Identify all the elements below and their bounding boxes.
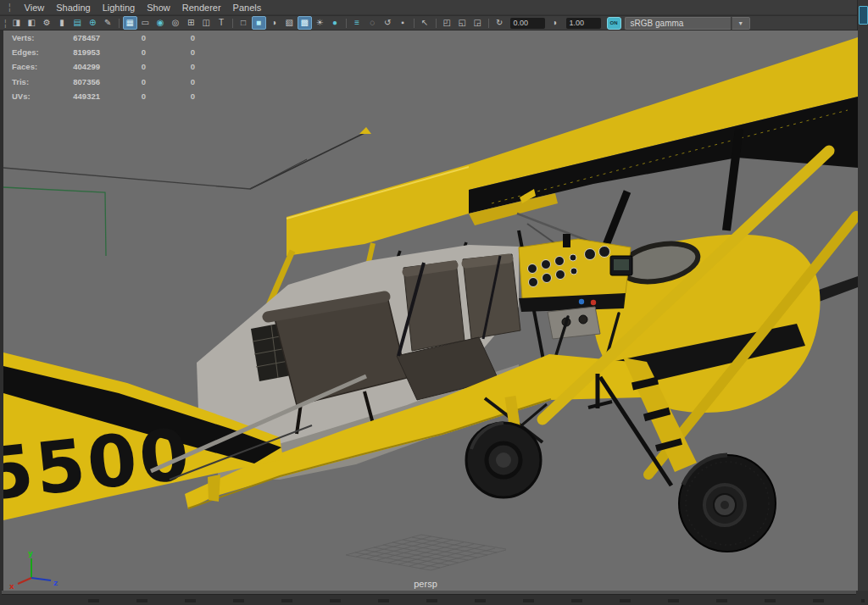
hud-row-edges: Edges: 819953 0 0 — [3, 46, 207, 60]
pane-single-button[interactable]: ◰ — [440, 16, 454, 30]
time-slider-edge[interactable] — [0, 591, 868, 605]
axis-x-label: x — [9, 582, 14, 591]
wireframe-on-shaded-button[interactable]: ◑ — [267, 16, 281, 30]
exposure-icon[interactable]: ↻ — [492, 16, 507, 30]
gamma-icon[interactable]: ◗ — [548, 16, 563, 30]
viewport-persp[interactable]: 5500 — [3, 31, 858, 591]
view-transform-dropdown[interactable]: sRGB gamma — [625, 17, 731, 30]
wireframe-button[interactable]: □ — [236, 16, 251, 30]
toolbar-grip-icon[interactable]: ¦ — [4, 19, 7, 28]
menu-panels[interactable]: Panels — [233, 0, 262, 15]
toolbar-separator — [346, 19, 347, 28]
color-management-toggle[interactable]: ON — [607, 17, 621, 30]
toolbar-separator — [232, 19, 233, 28]
lights-button[interactable]: ☀ — [313, 16, 327, 30]
depth-of-field-button[interactable]: ▪ — [396, 16, 410, 30]
gamma-field[interactable]: 1.00 — [566, 18, 601, 29]
hud-row-verts: Verts: 678457 0 0 — [3, 31, 207, 46]
hud-row-tris: Tris: 807356 0 0 — [3, 75, 207, 90]
hud-row-faces: Faces: 404299 0 0 — [3, 60, 207, 75]
panel-toolbar: ¦ ◨ ◧ ⚙ ▮ ▤ ⊕ ✎ ▦ ▭ ◉ ◎ ⊞ ◫ T □ ■ ◑ ▧ ▩ … — [0, 16, 858, 31]
use-default-material-button[interactable]: ▩ — [298, 16, 312, 30]
panel-grip-icon[interactable]: ¦ — [8, 3, 11, 12]
menu-show[interactable]: Show — [147, 0, 170, 15]
axis-y-label: y — [28, 549, 33, 558]
menu-lighting[interactable]: Lighting — [103, 0, 136, 15]
pan-zoom-2d-button[interactable]: ⊕ — [86, 16, 100, 30]
motion-blur-button[interactable]: ◌ — [365, 16, 380, 30]
panel-menu-bar: ¦ View Shading Lighting Show Renderer Pa… — [0, 0, 858, 15]
xray-button[interactable]: ◲ — [470, 16, 485, 30]
poly-count-hud: Verts: 678457 0 0 Edges: 819953 0 0 Face… — [3, 31, 207, 104]
shadows-button[interactable]: ● — [328, 16, 342, 30]
panel-bottom-border — [2, 591, 856, 595]
right-panel-edge — [857, 0, 868, 605]
menu-shading[interactable]: Shading — [56, 0, 90, 15]
panel-toggle-icon[interactable] — [859, 6, 868, 25]
smooth-shade-all-button[interactable]: ■ — [252, 16, 266, 30]
toolbar-separator — [436, 19, 437, 28]
anti-aliasing-button[interactable]: ↺ — [381, 16, 395, 30]
toolbar-separator — [119, 19, 120, 28]
isolate-select-button[interactable]: ↖ — [418, 16, 432, 30]
field-chart-button[interactable]: ⊞ — [184, 16, 198, 30]
safe-action-button[interactable]: ◫ — [199, 16, 214, 30]
select-camera-button[interactable]: ◨ — [9, 16, 24, 30]
axis-z-label: z — [53, 579, 58, 587]
exposure-field[interactable]: 0.00 — [510, 18, 545, 29]
occlusion-button[interactable]: ≡ — [350, 16, 364, 30]
film-gate-button[interactable]: ▭ — [138, 16, 153, 30]
resolution-gate-button[interactable]: ◉ — [153, 16, 168, 30]
textured-button[interactable]: ▧ — [282, 16, 297, 30]
menu-view[interactable]: View — [25, 0, 45, 15]
camera-attributes-button[interactable]: ⚙ — [40, 16, 54, 30]
camera-name-label: persp — [383, 579, 468, 589]
grease-pencil-button[interactable]: ✎ — [101, 16, 115, 30]
toolbar-separator — [414, 19, 415, 28]
maya-window: { "menu": { "items": ["View", "Shading",… — [0, 0, 868, 605]
safe-title-button[interactable]: T — [214, 16, 229, 30]
time-slider-ticks — [51, 599, 865, 602]
chevron-down-icon[interactable]: ▼ — [732, 17, 750, 30]
toolbar-separator — [488, 19, 489, 28]
hud-row-uvs: UVs: 449321 0 0 — [3, 90, 207, 104]
menu-renderer[interactable]: Renderer — [182, 0, 221, 15]
grid-toggle-button[interactable]: ▦ — [123, 16, 137, 30]
gate-mask-button[interactable]: ◎ — [169, 16, 183, 30]
lock-camera-button[interactable]: ◧ — [25, 16, 39, 30]
pane-stacked-button[interactable]: ◱ — [455, 16, 470, 30]
image-plane-button[interactable]: ▤ — [70, 16, 85, 30]
bookmark-button[interactable]: ▮ — [55, 16, 70, 30]
